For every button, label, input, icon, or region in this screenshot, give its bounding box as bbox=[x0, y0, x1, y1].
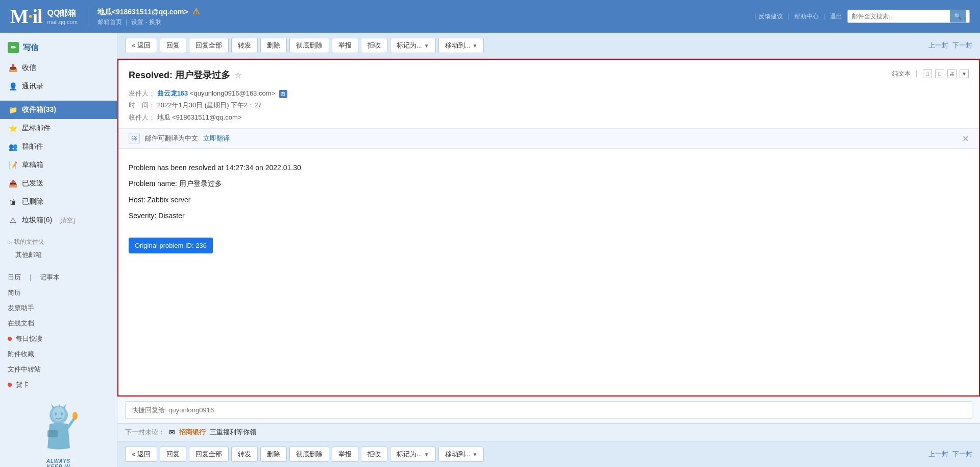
file-transfer-label: 文件中转站 bbox=[8, 365, 41, 374]
sidebar-item-daily[interactable]: 每日悦读 bbox=[0, 331, 117, 346]
next-email-bar: 下一封未读： ✉ 招商银行 三重福利等你领 bbox=[117, 423, 980, 441]
delete-button[interactable]: 删除 bbox=[260, 38, 287, 53]
sidebar-section-folders[interactable]: ▷ 我的文件夹 bbox=[0, 235, 117, 247]
bottom-mark-as-button[interactable]: 标记为... ▼ bbox=[390, 447, 436, 462]
service-label: QQ邮箱 mail.qq.com bbox=[47, 8, 78, 25]
bottom-back-button[interactable]: « 返回 bbox=[125, 447, 157, 462]
groups-icon: 👥 bbox=[8, 142, 18, 152]
next-email-sender[interactable]: 招商银行 bbox=[179, 428, 206, 437]
body-line-2: Problem name: 用户登录过多 bbox=[129, 177, 969, 190]
bottom-move-to-button[interactable]: 移动到... ▼ bbox=[438, 447, 484, 462]
report-button[interactable]: 举报 bbox=[332, 38, 358, 53]
sidebar-item-greeting[interactable]: 贺卡 bbox=[0, 377, 117, 392]
view-icon-1[interactable]: □ bbox=[923, 69, 932, 78]
next-email-icon: ✉ bbox=[169, 428, 175, 436]
next-email-btn[interactable]: 下一封 bbox=[952, 41, 972, 50]
view-icon-4[interactable]: ▼ bbox=[960, 69, 969, 78]
view-mode-bar: 纯文本 ｜ □ □ 🖨 ▼ bbox=[892, 69, 969, 78]
sidebar-compose-area: 写信 bbox=[0, 33, 117, 59]
inbox-nav-label: 收信 bbox=[22, 63, 36, 73]
bottom-forward-button[interactable]: 转发 bbox=[231, 447, 258, 462]
sidebar-item-file-transfer[interactable]: 文件中转站 bbox=[0, 362, 117, 377]
sidebar-item-calendar[interactable]: 日历 ｜ 记事本 bbox=[0, 270, 117, 285]
service-url: mail.qq.com bbox=[47, 19, 78, 25]
sidebar-item-sent[interactable]: 📤 已发送 bbox=[0, 174, 117, 193]
user-info: 地瓜<918631511@qq.com> ⚠ 邮箱首页 ｜ 设置 - 换肤 bbox=[88, 7, 200, 27]
quick-reply-input[interactable] bbox=[125, 401, 972, 419]
groups-label: 群邮件 bbox=[22, 142, 43, 151]
plain-text-link[interactable]: 纯文本 bbox=[892, 69, 911, 78]
bottom-prev-btn[interactable]: 上一封 bbox=[928, 450, 948, 459]
prev-email-btn[interactable]: 上一封 bbox=[928, 41, 948, 50]
switch-link[interactable]: 换肤 bbox=[149, 18, 161, 26]
reply-button[interactable]: 回复 bbox=[160, 38, 186, 53]
settings-link[interactable]: 设置 bbox=[131, 18, 143, 26]
sidebar-item-contacts[interactable]: 👤 通讯录 bbox=[0, 77, 117, 96]
sidebar-item-starred[interactable]: ⭐ 星标邮件 bbox=[0, 119, 117, 137]
search-input[interactable] bbox=[848, 10, 950, 22]
sidebar-item-docs[interactable]: 在线文档 bbox=[0, 316, 117, 331]
sidebar-item-other-mailbox[interactable]: 其他邮箱 bbox=[0, 247, 117, 263]
bottom-report-button[interactable]: 举报 bbox=[332, 447, 358, 462]
home-link[interactable]: 邮箱首页 bbox=[97, 18, 122, 26]
sidebar-item-resume[interactable]: 简历 bbox=[0, 285, 117, 300]
calendar-label: 日历 bbox=[8, 273, 21, 282]
search-button[interactable]: 🔍 bbox=[950, 10, 966, 22]
reply-all-button[interactable]: 回复全部 bbox=[189, 38, 229, 53]
spam-clean[interactable]: [清空] bbox=[59, 216, 75, 225]
svg-point-8 bbox=[72, 412, 78, 420]
bottom-reply-all-button[interactable]: 回复全部 bbox=[189, 447, 229, 462]
bottom-delete-button[interactable]: 删除 bbox=[260, 447, 287, 462]
reject-button[interactable]: 拒收 bbox=[361, 38, 387, 53]
sent-icon: 📤 bbox=[8, 178, 18, 189]
compose-button[interactable]: 写信 bbox=[8, 39, 109, 56]
sidebar-item-inbox[interactable]: 📁 收件箱(33) bbox=[0, 101, 117, 119]
logout-link[interactable]: 退出 bbox=[830, 12, 842, 21]
inbox-label: 收件箱(33) bbox=[22, 105, 56, 114]
mark-as-button[interactable]: 标记为... ▼ bbox=[390, 38, 436, 53]
sidebar-item-inbox-nav[interactable]: 📥 收信 bbox=[0, 59, 117, 77]
close-translate-button[interactable]: ✕ bbox=[962, 134, 969, 144]
back-button[interactable]: « 返回 bbox=[125, 38, 157, 53]
forward-button[interactable]: 转发 bbox=[231, 38, 258, 53]
translate-icon: 译 bbox=[129, 133, 140, 144]
next-email-label: 下一封未读： bbox=[125, 428, 165, 437]
daily-label: 每日悦读 bbox=[16, 334, 42, 343]
help-link[interactable]: 帮助中心 bbox=[794, 12, 819, 21]
feedback-link[interactable]: 反馈建议 bbox=[758, 12, 783, 21]
perm-delete-button[interactable]: 彻底删除 bbox=[289, 38, 329, 53]
bottom-perm-delete-button[interactable]: 彻底删除 bbox=[289, 447, 329, 462]
svg-rect-9 bbox=[47, 430, 58, 437]
contacts-icon: 👤 bbox=[8, 81, 18, 91]
resume-label: 简历 bbox=[8, 288, 21, 297]
move-to-dropdown-icon: ▼ bbox=[472, 43, 477, 49]
translate-link[interactable]: 立即翻译 bbox=[203, 134, 230, 143]
bottom-toolbar: « 返回 回复 回复全部 转发 删除 彻底删除 举报 拒收 标记为... ▼ 移… bbox=[117, 441, 980, 467]
sidebar-item-groups[interactable]: 👥 群邮件 bbox=[0, 137, 117, 156]
other-mailbox-label: 其他邮箱 bbox=[15, 250, 42, 260]
star-button[interactable]: ☆ bbox=[234, 71, 241, 80]
sidebar-item-drafts[interactable]: 📝 草稿箱 bbox=[0, 156, 117, 174]
sidebar-item-invoice[interactable]: 发票助手 bbox=[0, 300, 117, 316]
view-icon-2[interactable]: □ bbox=[935, 69, 944, 78]
starred-label: 星标邮件 bbox=[22, 124, 51, 133]
problem-id-link[interactable]: Original problem ID: 236 bbox=[129, 238, 213, 253]
sender-link[interactable]: 曲云龙163 bbox=[157, 89, 188, 97]
email-to: 收件人： 地瓜 <918631511@qq.com> bbox=[129, 111, 969, 123]
user-nav: 邮箱首页 ｜ 设置 - 换肤 bbox=[97, 18, 200, 27]
body-line-4: Severity: Disaster bbox=[129, 209, 969, 222]
sidebar-item-attachments[interactable]: 附件收藏 bbox=[0, 346, 117, 362]
sidebar-item-spam[interactable]: ⚠ 垃圾箱(6) [清空] bbox=[0, 211, 117, 229]
sidebar: 写信 📥 收信 👤 通讯录 📁 收件箱(33) ⭐ 星标邮件 👥 群邮件 📝 草… bbox=[0, 33, 117, 467]
view-icon-3[interactable]: 🖨 bbox=[947, 69, 957, 78]
move-to-button[interactable]: 移动到... ▼ bbox=[438, 38, 484, 53]
bottom-reject-button[interactable]: 拒收 bbox=[361, 447, 387, 462]
bottom-reply-button[interactable]: 回复 bbox=[160, 447, 186, 462]
bottom-next-btn[interactable]: 下一封 bbox=[952, 450, 972, 459]
email-subject: Resolved: 用户登录过多 ☆ bbox=[129, 69, 969, 81]
email-from: 发件人： 曲云龙163 <quyunlong0916@163.com> 图 bbox=[129, 87, 969, 99]
sidebar-item-deleted[interactable]: 🗑 已删除 bbox=[0, 193, 117, 211]
warning-icon: ⚠ bbox=[192, 7, 200, 16]
mascot-svg bbox=[33, 400, 84, 461]
email-body: Problem has been resolved at 14:27:34 on… bbox=[118, 149, 979, 266]
